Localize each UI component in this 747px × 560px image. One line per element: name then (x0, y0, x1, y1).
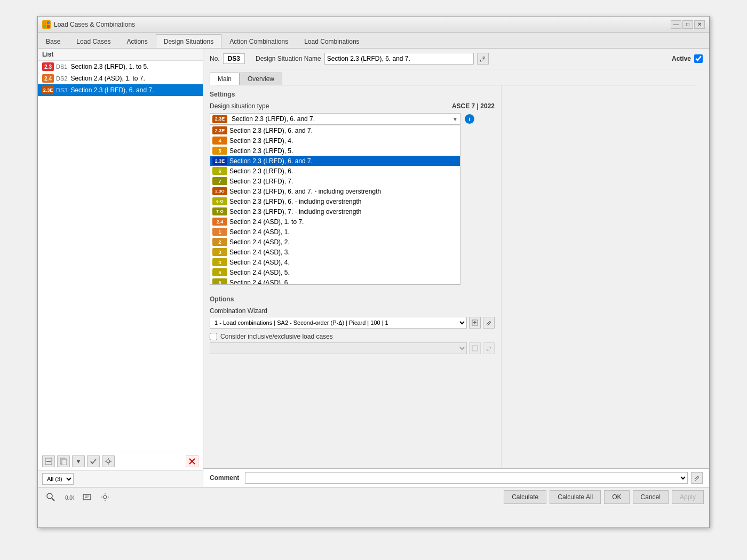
exclusive-select[interactable] (210, 342, 467, 354)
no-value: DS3 (223, 53, 245, 64)
dropdown-option[interactable]: 6 Section 2.4 (ASD), 6. (210, 277, 460, 285)
svg-rect-0 (43, 21, 46, 25)
tab-base[interactable]: Base (38, 34, 68, 48)
left-panel-bottom: ▼ (38, 452, 203, 470)
ds-type-label: Design situation type (210, 102, 269, 110)
dropdown-option[interactable]: 2.3E Section 2.3 (LRFD), 6. and 7. (210, 125, 460, 135)
new-exclusive-button[interactable] (469, 342, 481, 354)
bottom-buttons: Calculate Calculate All OK Cancel Apply (504, 490, 704, 504)
selected-badge: 2.3E (212, 115, 227, 123)
list-items: 2.3 DS1 Section 2.3 (LRFD), 1. to 5. 2.4… (38, 61, 203, 257)
dropdown-option-selected[interactable]: 2.3E Section 2.3 (LRFD), 6. and 7. (210, 156, 460, 166)
window-title: Load Cases & Combinations (54, 21, 135, 28)
exclusive-row (210, 342, 495, 354)
list-item[interactable]: 2.3 DS1 Section 2.3 (LRFD), 1. to 5. (38, 61, 203, 73)
filter-area: All (3) (38, 470, 203, 487)
copy-button[interactable] (57, 455, 70, 467)
add-button[interactable] (42, 455, 55, 467)
tab-load-combinations[interactable]: Load Combinations (296, 34, 367, 48)
active-label: Active (672, 55, 691, 62)
display-button[interactable] (80, 491, 94, 503)
comment-select[interactable] (245, 472, 688, 484)
comment-label: Comment (210, 474, 242, 482)
active-checkbox[interactable] (694, 54, 703, 63)
svg-point-28 (104, 495, 107, 499)
search-icon-button[interactable] (43, 491, 58, 503)
dropdown-option[interactable]: 2.4 Section 2.4 (ASD), 1. to 7. (210, 217, 460, 227)
comment-section: Comment (203, 468, 709, 487)
minimize-button[interactable]: — (671, 20, 681, 29)
ok-button[interactable]: OK (604, 490, 629, 504)
delete-button[interactable] (186, 455, 198, 467)
dropdown-option[interactable]: 6 Section 2.3 (LRFD), 6. (210, 166, 460, 176)
right-panel: No. DS3 Design Situation Name Active (203, 49, 709, 487)
active-group: Active (672, 54, 703, 63)
tab-overview[interactable]: Overview (240, 73, 282, 85)
ds-badge: 2.4 (42, 74, 54, 83)
tab-actions[interactable]: Actions (118, 34, 155, 48)
combo-row: 1 - Load combinations | SA2 - Second-ord… (210, 317, 495, 329)
dropdown-option[interactable]: 5 Section 2.4 (ASD), 5. (210, 267, 460, 277)
info-button[interactable]: i (465, 114, 474, 124)
dropdown-option[interactable]: 2.3O Section 2.3 (LRFD), 6. and 7. - inc… (210, 186, 460, 196)
svg-rect-7 (62, 459, 67, 465)
dropdown-option[interactable]: 7-O Section 2.3 (LRFD), 7. - including o… (210, 206, 460, 217)
apply-button[interactable]: Apply (672, 490, 704, 504)
no-label: No. (210, 55, 220, 62)
type-dropdown[interactable]: 2.3E Section 2.3 (LRFD), 6. and 7. ▼ 2.3… (210, 113, 460, 125)
dropdown-option[interactable]: 6-O Section 2.3 (LRFD), 6. - including o… (210, 196, 460, 206)
units-button[interactable]: 0.00 (61, 491, 76, 503)
edit-exclusive-button[interactable] (483, 342, 495, 354)
filter-select[interactable]: All (3) (42, 473, 74, 485)
ds-name-label: Design Situation Name (256, 55, 321, 62)
check-button[interactable] (87, 455, 100, 467)
asce-label: ASCE 7 | 2022 (452, 102, 495, 110)
dropdown-option[interactable]: 4 Section 2.3 (LRFD), 4. (210, 135, 460, 146)
calculate-button[interactable]: Calculate (504, 490, 546, 504)
dropdown-option[interactable]: 2 Section 2.4 (ASD), 2. (210, 237, 460, 247)
cancel-button[interactable]: Cancel (633, 490, 669, 504)
svg-rect-1 (47, 21, 50, 24)
combo-wizard-label: Combination Wizard (210, 307, 495, 315)
bottom-bar: 0.00 Calculate Calculate All OK Cancel A… (38, 487, 709, 506)
right-active-area (501, 85, 709, 468)
edit-button[interactable] (477, 53, 489, 65)
consider-label: Consider inclusive/exclusive load cases (220, 333, 333, 340)
ds-badge: 2.3E (42, 86, 54, 94)
dropdown-option[interactable]: 5 Section 2.3 (LRFD), 5. (210, 146, 460, 156)
settings-icon-button[interactable] (98, 491, 113, 503)
consider-checkbox[interactable] (210, 333, 217, 340)
svg-rect-25 (83, 494, 91, 500)
combination-select[interactable]: 1 - Load combinations | SA2 - Second-ord… (210, 317, 467, 329)
tab-action-combinations[interactable]: Action Combinations (221, 34, 296, 48)
settings-button[interactable] (102, 455, 115, 467)
new-combo-button[interactable] (469, 317, 481, 329)
list-item[interactable]: 2.4 DS2 Section 2.4 (ASD), 1. to 7. (38, 73, 203, 84)
tab-design-situations[interactable]: Design Situations (156, 34, 221, 48)
left-panel: List 2.3 DS1 Section 2.3 (LRFD), 1. to 5… (38, 49, 203, 487)
svg-text:0.00: 0.00 (65, 495, 74, 501)
list-item-selected[interactable]: 2.3E DS3 Section 2.3 (LRFD), 6. and 7. (38, 84, 203, 96)
close-button[interactable]: ✕ (694, 20, 705, 29)
edit-combo-button[interactable] (483, 317, 495, 329)
dropdown-option[interactable]: 7 Section 2.3 (LRFD), 7. (210, 176, 460, 186)
consider-row: Consider inclusive/exclusive load cases (210, 333, 495, 340)
ds-name-input[interactable] (324, 53, 474, 65)
no-field-group: No. DS3 (210, 53, 245, 64)
svg-point-8 (107, 460, 110, 463)
edit-comment-button[interactable] (691, 472, 703, 484)
maximize-button[interactable]: □ (682, 20, 693, 29)
dropdown-selected[interactable]: 2.3E Section 2.3 (LRFD), 6. and 7. ▼ (210, 113, 460, 125)
inner-tab-area: Main Overview (203, 69, 709, 85)
settings-section: Settings Design situation type ASCE 7 | … (210, 91, 495, 125)
copy-dropdown-button[interactable]: ▼ (72, 455, 85, 467)
dropdown-option[interactable]: 1 Section 2.4 (ASD), 1. (210, 227, 460, 237)
selected-text: Section 2.3 (LRFD), 6. and 7. (232, 115, 315, 123)
dropdown-option[interactable]: 4 Section 2.4 (ASD), 4. (210, 257, 460, 267)
main-window: Load Cases & Combinations — □ ✕ Base Loa… (37, 16, 710, 528)
tab-main[interactable]: Main (210, 73, 240, 85)
list-header: List (38, 49, 203, 61)
dropdown-option[interactable]: 3 Section 2.4 (ASD), 3. (210, 247, 460, 257)
calculate-all-button[interactable]: Calculate All (550, 490, 601, 504)
tab-load-cases[interactable]: Load Cases (68, 34, 118, 48)
